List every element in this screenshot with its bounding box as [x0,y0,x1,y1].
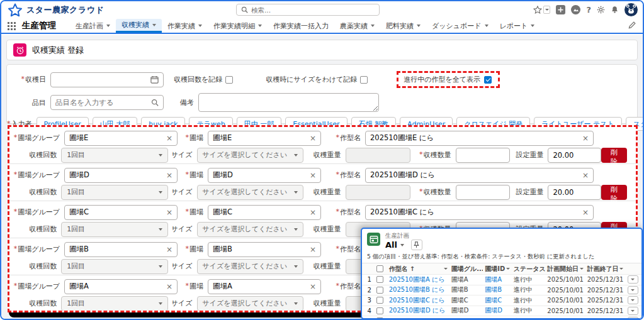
column-menu-icon[interactable] [580,268,584,270]
field-group-input[interactable]: 圃場D× [64,168,178,183]
plan-name-link[interactable]: 202510圃場D にら [387,306,449,315]
help-icon[interactable]: ? [586,5,591,14]
quantity-input[interactable] [456,148,510,163]
set-weight-input[interactable] [548,185,601,200]
field-input[interactable]: 圃場D× [208,168,321,183]
plan-field-id-link[interactable]: 圃場E [483,317,512,319]
harvest-date-input[interactable] [55,75,150,84]
field-input[interactable]: 圃場A× [208,279,321,294]
tab-dashboard[interactable]: ダッシュボード [426,19,494,33]
row-checkbox[interactable] [376,317,383,319]
tab-pesticide-results[interactable]: 農薬実績 [334,19,380,33]
column-menu-icon[interactable] [619,268,623,270]
setup-gear-icon[interactable] [597,6,605,14]
clear-icon[interactable]: × [310,134,316,143]
edit-pencil-icon[interactable] [628,21,636,31]
row-actions-button[interactable] [628,296,638,304]
col-end-date[interactable]: 計画終了日 [585,265,625,273]
tab-harvest-results[interactable]: 収穫実績 [116,19,162,33]
clear-icon[interactable]: × [166,134,172,143]
plan-field-id-link[interactable]: 圃場C [483,296,512,305]
crop-type-input[interactable]: 202510圃場D にら× [365,168,594,183]
record-size-checkbox[interactable] [360,76,368,84]
field-group-input[interactable]: 圃場B× [64,242,178,257]
plan-name-link[interactable]: 202510圃場E にら [387,317,449,319]
field-input[interactable]: 圃場E× [208,131,321,146]
record-count-checkbox[interactable] [225,76,233,84]
search-icon[interactable] [151,99,159,106]
row-actions-button[interactable] [628,286,638,294]
notifications-bell-icon[interactable] [611,6,619,14]
field-group-input[interactable]: 圃場E× [64,131,178,146]
plan-field-id-link[interactable]: 圃場A [483,275,512,284]
clear-icon[interactable]: × [310,171,316,180]
set-weight-input[interactable] [548,148,601,163]
plan-name-link[interactable]: 202510圃場C にら [387,296,449,305]
list-view-name[interactable]: All [385,240,397,250]
field-input[interactable]: 圃場C× [208,205,321,220]
clear-icon[interactable]: × [166,245,172,254]
tab-fertilizer-results[interactable]: 肥料実績 [380,19,426,33]
global-search[interactable] [236,4,380,16]
row-checkbox[interactable] [376,287,383,294]
tab-production-plan[interactable]: 生産計画 [70,19,116,33]
search-input[interactable] [251,6,375,14]
quantity-label: *収穫数量 [415,187,451,197]
select-all-checkbox[interactable] [376,265,383,272]
delete-button[interactable]: 削除 [601,148,627,163]
plan-field-id-link[interactable]: 圃場D [483,306,512,315]
guidance-icon[interactable] [571,5,580,14]
column-menu-icon[interactable] [444,268,448,270]
clear-icon[interactable]: × [310,282,316,291]
col-field-id[interactable]: 圃場ID [483,265,512,273]
show-active-checkbox[interactable] [484,76,492,84]
col-status[interactable]: ステータス [512,265,546,273]
crop-type-input[interactable]: 202510圃場E にら× [365,131,594,146]
row-checkbox[interactable] [376,276,383,283]
col-crop-type[interactable]: 作型名↑ [387,265,449,273]
clear-icon[interactable]: × [582,208,589,217]
clear-icon[interactable]: × [166,208,172,217]
clear-icon[interactable]: × [582,134,589,143]
tab-work-result-details[interactable]: 作業実績明細 [208,19,268,33]
favorites-caret-icon[interactable] [543,6,550,14]
delete-button[interactable]: 削除 [601,185,627,200]
item-input[interactable] [55,98,151,107]
list-view-caret-icon[interactable] [400,244,404,246]
tab-work-results[interactable]: 作業実績 [162,19,208,33]
crop-type-input[interactable]: 202510圃場C にら× [365,205,594,220]
clear-icon[interactable]: × [166,171,172,180]
plan-name-link[interactable]: 202510圃場B にら [387,285,449,294]
calendar-icon[interactable] [150,75,159,84]
col-field-group[interactable]: 圃場グル... [449,265,483,273]
row-checkbox[interactable] [376,307,383,314]
row-actions-button[interactable] [628,307,638,315]
plan-field-id-link[interactable]: 圃場B [483,285,512,294]
field-group-label: *圃場グループ [12,282,60,291]
clear-icon[interactable]: × [310,208,316,217]
field-input[interactable]: 圃場B× [208,242,321,257]
clear-icon[interactable]: × [166,282,172,291]
tab-report[interactable]: レポート [494,19,541,33]
field-group-input[interactable]: 圃場A× [64,279,178,294]
add-icon[interactable] [556,5,565,14]
row-checkbox[interactable] [376,297,383,304]
col-start-date[interactable]: 計画開始日 [545,265,585,273]
favorites-star-icon[interactable] [533,6,550,14]
row-actions-button[interactable] [628,317,638,319]
user-avatar[interactable] [624,3,638,16]
row-actions-button[interactable] [628,275,638,284]
plan-end-date: 2025/12/31 [585,297,625,304]
field-group-input[interactable]: 圃場C× [64,205,178,220]
item-field[interactable] [50,95,164,110]
harvest-date-field[interactable] [50,72,164,87]
memo-input[interactable] [198,93,379,112]
clear-icon[interactable]: × [582,171,589,180]
column-menu-icon[interactable] [506,268,510,270]
pin-list-view-button[interactable] [411,240,422,250]
plan-name-link[interactable]: 202510圃場A にら [387,275,449,284]
app-launcher-icon[interactable] [8,22,16,30]
tab-work-result-bulk-input[interactable]: 作業実績一括入力 [268,19,334,33]
clear-icon[interactable]: × [310,245,316,254]
quantity-input[interactable] [456,185,510,200]
